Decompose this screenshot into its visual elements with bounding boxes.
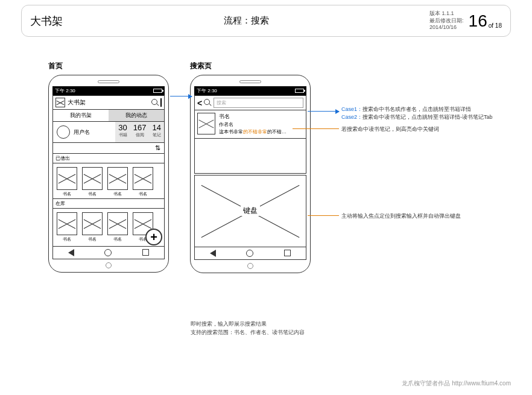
cursor-icon (160, 98, 162, 107)
book-item[interactable]: 书名 (57, 167, 77, 197)
arrow-keyboard (308, 215, 339, 216)
app-header: 大书架 (52, 95, 165, 110)
book-item[interactable]: 书名 (107, 212, 128, 242)
book-item[interactable]: 书名 (133, 167, 153, 197)
modified-date: 2014/10/16 (429, 24, 464, 31)
tabs: 我的书架 我的动态 (52, 110, 165, 122)
result-thumb-icon (197, 113, 215, 134)
book-item[interactable]: 书名 (82, 212, 103, 242)
statusbar: 下午 2:30 (194, 86, 306, 95)
section-stock: 在库 (52, 198, 165, 209)
result-title: 书名 (219, 113, 287, 121)
app-title: 大书架 (68, 98, 151, 107)
page-of: of 18 (489, 22, 502, 29)
doc-header: 大书架 流程：搜索 版本 1.1.1 最后修改日期: 2014/10/16 16… (21, 5, 511, 37)
back-icon[interactable]: < (197, 98, 202, 108)
keyboard-placeholder[interactable]: 键盘 (194, 175, 306, 247)
app-logo-icon (55, 98, 65, 107)
nav-recent-icon[interactable] (284, 250, 291, 256)
earpiece (98, 80, 119, 83)
nav-recent-icon[interactable] (142, 249, 149, 256)
stat-notes[interactable]: 14笔记 (150, 122, 164, 142)
doc-meta: 版本 1.1.1 最后修改日期: 2014/10/16 (429, 10, 464, 31)
search-icon[interactable] (151, 99, 159, 107)
version-label: 版本 1.1.1 (429, 10, 464, 17)
stats: 30书籍 167借阅 14笔记 (115, 122, 164, 142)
android-navbar (194, 247, 306, 260)
results-empty-area (194, 139, 306, 174)
android-navbar (52, 247, 165, 259)
add-button[interactable]: + (145, 229, 162, 245)
earpiece (239, 80, 261, 83)
annotation-keyboard: 主动将输入焦点定位到搜索输入框并自动弹出键盘 (341, 212, 461, 220)
tab-activity[interactable]: 我的动态 (109, 110, 164, 121)
sort-row[interactable]: ⇅ (52, 143, 165, 154)
result-text: 书名 作者名 这本书非常的不错非常的不错… (219, 113, 287, 136)
status-time: 下午 2:30 (55, 87, 75, 94)
annotation-cases: Case1：搜索命中书名或作者名，点击跳转至书籍详情 Case2：搜索命中读书笔… (341, 106, 493, 121)
arrow-highlight (293, 128, 339, 129)
nav-back-icon[interactable] (68, 249, 74, 256)
arrow-result-case (308, 111, 339, 112)
keyboard-label: 键盘 (241, 206, 260, 216)
home-button (247, 263, 253, 269)
book-item[interactable]: 书名 (107, 167, 128, 197)
stat-books[interactable]: 30书籍 (115, 122, 130, 142)
book-item[interactable]: 书名 (57, 212, 77, 242)
doc-app-name: 大书架 (30, 14, 63, 28)
section-lent: 已借出 (52, 154, 165, 163)
status-time: 下午 2:30 (197, 87, 217, 94)
credit: 龙爪槐守望者作品 http://www.ftium4.com (402, 379, 511, 388)
result-author: 作者名 (219, 121, 287, 128)
book-grid-lent: 书名 书名 书名 书名 (52, 163, 165, 198)
page-number: 16 (469, 11, 487, 31)
phone-search: 下午 2:30 < 搜索 书名 作者名 这本书非常的不错非常的不错… 键盘 (190, 75, 311, 273)
arrow-search-flow (170, 96, 192, 96)
search-icon (204, 99, 212, 107)
nav-home-icon[interactable] (246, 250, 253, 257)
stat-borrow[interactable]: 167借阅 (130, 122, 150, 142)
home-button (106, 262, 112, 268)
result-note: 这本书非常的不错非常的不错… (219, 128, 287, 136)
nav-back-icon[interactable] (210, 250, 216, 257)
modified-label: 最后修改日期: (429, 17, 464, 25)
username: 用户名 (74, 128, 115, 136)
screen2-label: 搜索页 (190, 61, 212, 71)
search-header: < 搜索 (194, 95, 306, 110)
avatar[interactable] (57, 125, 70, 139)
tab-shelf[interactable]: 我的书架 (53, 110, 109, 121)
battery-icon (295, 89, 304, 93)
annotation-highlight: 若搜索命中读书笔记，则高亮命中关键词 (341, 125, 439, 133)
battery-icon (153, 89, 162, 93)
statusbar: 下午 2:30 (52, 86, 165, 95)
book-item[interactable]: 书名 (82, 167, 103, 197)
search-result-row[interactable]: 书名 作者名 这本书非常的不错非常的不错… (194, 110, 306, 139)
user-row: 用户名 30书籍 167借阅 14笔记 (52, 122, 165, 143)
nav-home-icon[interactable] (104, 249, 112, 256)
search-input[interactable]: 搜索 (214, 98, 303, 108)
phone-home: 下午 2:30 大书架 我的书架 我的动态 用户名 30书籍 167借阅 14笔… (48, 75, 169, 273)
screen1-label: 首页 (48, 61, 63, 71)
footer-note: 即时搜索，输入即展示搜索结果 支持的搜索范围：书名、作者名、读书笔记内容 (191, 320, 305, 337)
doc-flow-title: 流程：搜索 (63, 15, 429, 27)
